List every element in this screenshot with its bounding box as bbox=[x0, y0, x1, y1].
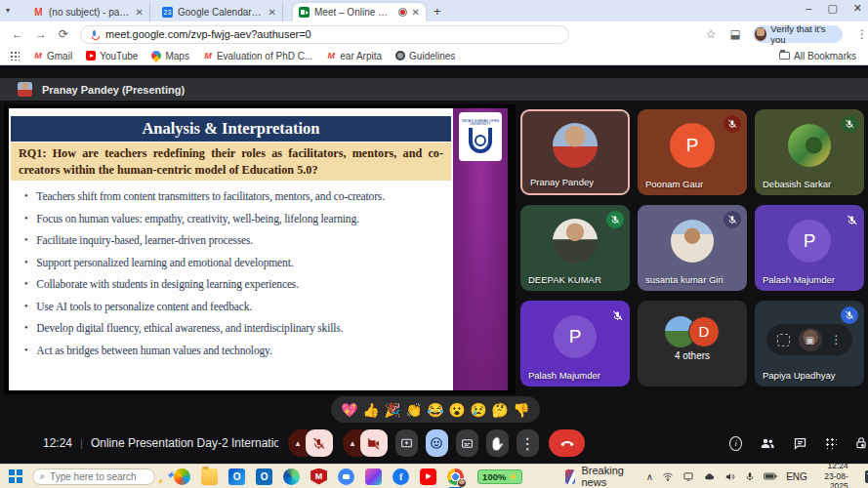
mic-off-icon bbox=[723, 211, 741, 228]
clock-text: 12:24 bbox=[43, 436, 72, 450]
copilot-icon[interactable] bbox=[174, 468, 190, 485]
participant-tile[interactable]: DEEPAK KUMAR bbox=[520, 205, 630, 291]
forward-icon[interactable]: → bbox=[35, 27, 47, 41]
participant-tile[interactable]: P Palash Majumder bbox=[755, 205, 864, 291]
recording-indicator-icon bbox=[398, 8, 407, 17]
start-button[interactable] bbox=[9, 469, 22, 483]
bookmark-youtube[interactable]: YouTube bbox=[86, 51, 138, 61]
browser-extension-icon[interactable]: ⬓ bbox=[730, 27, 741, 41]
address-bar[interactable]: meet.google.com/zvp-fwjg-aev?authuser=0 bbox=[80, 25, 569, 44]
facebook-icon[interactable]: f bbox=[393, 468, 409, 485]
bookmark-evaluation[interactable]: MEvaluation of PhD C... bbox=[203, 51, 312, 61]
reload-icon[interactable]: ⟳ bbox=[59, 27, 68, 41]
youtube-app-icon[interactable] bbox=[420, 468, 436, 485]
self-tile[interactable]: ▣ ⋮ Papiya Upadhyay bbox=[755, 301, 864, 386]
mic-off-icon bbox=[612, 307, 623, 325]
bookmark-star-icon[interactable]: ☆ bbox=[706, 27, 717, 41]
reactions-button[interactable] bbox=[426, 429, 448, 457]
mic-tray-icon[interactable] bbox=[745, 471, 755, 482]
outlook-classic-icon[interactable]: O bbox=[228, 468, 245, 485]
mic-off-icon bbox=[841, 306, 858, 324]
info-icon[interactable]: i bbox=[729, 436, 742, 451]
news-widget[interactable]: Breaking news bbox=[565, 465, 628, 488]
reaction-thumbs-down[interactable]: 👎 bbox=[513, 402, 529, 418]
host-controls-button[interactable] bbox=[854, 436, 868, 450]
bookmark-ear-arpita[interactable]: Mear Arpita bbox=[326, 51, 382, 61]
tray-expand-chevron-icon[interactable]: ∧ bbox=[646, 471, 653, 482]
bullet-item: Facilitate inquiry-based, learner-driven… bbox=[24, 234, 448, 246]
wifi-icon[interactable] bbox=[662, 471, 674, 482]
reaction-surprise[interactable]: 😮 bbox=[448, 402, 465, 418]
more-options-icon[interactable]: ⋮ bbox=[831, 333, 843, 346]
tab-calendar[interactable]: 23 Google Calendar - Saturday, 23 ✕ bbox=[156, 3, 283, 21]
effects-avatar-icon[interactable]: ▣ bbox=[799, 328, 822, 351]
mic-off-button[interactable] bbox=[306, 429, 333, 457]
reaction-laugh[interactable]: 😂 bbox=[427, 402, 443, 418]
file-explorer-icon[interactable] bbox=[201, 468, 218, 485]
close-icon[interactable]: ✕ bbox=[853, 2, 862, 15]
edge-icon[interactable] bbox=[283, 468, 300, 485]
search-input[interactable] bbox=[50, 471, 147, 482]
tab-close-icon[interactable]: ✕ bbox=[412, 7, 420, 18]
avatar bbox=[671, 220, 714, 263]
profile-chip[interactable]: Verify that it's you bbox=[753, 25, 843, 43]
taskbar-clock[interactable]: 12:24 23-08-2025 bbox=[822, 461, 848, 488]
display-icon[interactable] bbox=[682, 471, 694, 482]
participant-tile[interactable]: susanta kumar Giri bbox=[638, 205, 747, 291]
mic-options-chevron[interactable]: ▲ bbox=[288, 429, 308, 457]
maximize-icon[interactable]: ▢ bbox=[827, 2, 837, 15]
reaction-thumbs-up[interactable]: 👍 bbox=[362, 402, 379, 418]
voice-search-icon[interactable] bbox=[89, 29, 100, 40]
outlook-new-icon[interactable]: O bbox=[256, 468, 272, 485]
system-tray: ∧ ENG 12:24 23-08-2025 6 bbox=[646, 461, 868, 488]
reaction-heart[interactable]: 💖 bbox=[341, 402, 357, 418]
reframe-icon[interactable] bbox=[777, 334, 790, 346]
zoom-app-icon[interactable] bbox=[338, 468, 354, 485]
raise-hand-button[interactable]: ✋ bbox=[486, 429, 509, 457]
reaction-thinking[interactable]: 🤔 bbox=[491, 402, 508, 418]
end-call-button[interactable] bbox=[549, 429, 586, 457]
battery-percent: 100% bbox=[482, 471, 506, 482]
tab-close-icon[interactable]: ✕ bbox=[136, 7, 144, 18]
avatar bbox=[788, 124, 831, 167]
captions-button[interactable] bbox=[456, 429, 478, 457]
reaction-party[interactable]: 🎉 bbox=[384, 402, 400, 418]
participant-tile[interactable]: Debasish Sarkar bbox=[755, 109, 864, 195]
activities-button[interactable] bbox=[825, 437, 837, 449]
participant-tile[interactable]: Pranay Pandey bbox=[520, 109, 630, 195]
bookmark-gmail[interactable]: MGmail bbox=[33, 51, 72, 61]
cloud-icon[interactable] bbox=[703, 471, 716, 482]
people-button[interactable]: 14 bbox=[760, 435, 775, 451]
minimize-icon[interactable]: – bbox=[806, 2, 811, 15]
reaction-cry[interactable]: 😢 bbox=[470, 402, 486, 418]
camera-off-button[interactable] bbox=[360, 429, 388, 457]
chat-button[interactable] bbox=[793, 436, 807, 451]
tab-close-icon[interactable]: ✕ bbox=[269, 7, 276, 18]
bookmark-maps[interactable]: Maps bbox=[151, 51, 188, 61]
mcafee-icon[interactable]: M bbox=[310, 468, 327, 485]
tab-meet-active[interactable]: Meet – Online Presentation ✕ bbox=[293, 3, 426, 21]
reaction-clap[interactable]: 👏 bbox=[405, 402, 422, 418]
tab-search-caret-icon[interactable]: ▾ bbox=[6, 6, 10, 15]
taskbar-search[interactable]: ⌕ bbox=[32, 468, 156, 485]
apps-grid-icon[interactable] bbox=[10, 51, 20, 61]
battery-tray-icon[interactable] bbox=[764, 471, 777, 481]
present-screen-button[interactable] bbox=[395, 429, 418, 457]
participant-tile[interactable]: P Palash Majumder bbox=[520, 301, 630, 386]
all-bookmarks-button[interactable]: All Bookmarks bbox=[779, 51, 856, 61]
back-icon[interactable]: ← bbox=[12, 27, 23, 41]
chrome-icon-active[interactable] bbox=[447, 468, 464, 485]
browser-menu-icon[interactable]: ⋮ bbox=[856, 27, 868, 41]
new-tab-button[interactable]: + bbox=[434, 4, 441, 19]
battery-widget[interactable]: 100%⚡ bbox=[477, 469, 522, 484]
more-options-button[interactable]: ⋮ bbox=[517, 429, 539, 457]
others-tile[interactable]: D 4 others bbox=[638, 301, 747, 386]
participant-tile[interactable]: P Poonam Gaur bbox=[638, 109, 747, 195]
media-app-icon[interactable] bbox=[365, 468, 382, 485]
bookmark-guidelines[interactable]: Guidelines bbox=[395, 51, 455, 61]
camera-options-chevron[interactable]: ▲ bbox=[343, 429, 362, 457]
tab-gmail[interactable]: M (no subject) - papiyaupadhyay1 ✕ bbox=[27, 3, 150, 21]
camera-control-group: ▲ bbox=[343, 429, 388, 457]
speaker-icon[interactable] bbox=[724, 471, 736, 482]
language-indicator[interactable]: ENG bbox=[786, 471, 807, 482]
